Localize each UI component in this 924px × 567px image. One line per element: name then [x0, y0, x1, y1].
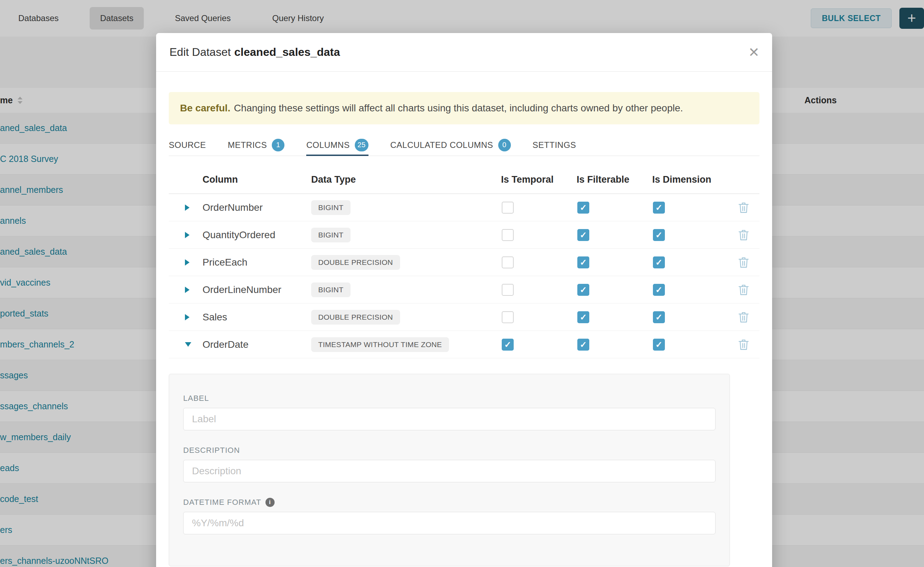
tab-source[interactable]: SOURCE	[169, 134, 206, 156]
is-temporal-checkbox[interactable]	[502, 229, 514, 241]
warning-bold-text: Be careful.	[180, 103, 230, 114]
data-type-pill: BIGINT	[311, 200, 351, 215]
column-name: OrderLineNumber	[190, 284, 311, 296]
is-filterable-checkbox[interactable]	[577, 202, 589, 214]
datetime-format-input[interactable]	[183, 512, 715, 534]
tab-metrics[interactable]: METRICS 1	[228, 134, 285, 156]
column-header: Column	[190, 174, 311, 185]
dataset-name: cleaned_sales_data	[234, 46, 340, 58]
is-dimension-checkbox[interactable]	[653, 284, 665, 296]
trash-icon	[738, 256, 749, 268]
delete-column-button[interactable]	[728, 284, 760, 296]
delete-column-button[interactable]	[728, 229, 760, 241]
edit-dataset-modal: Edit Datasetcleaned_sales_data ✕ Be care…	[156, 33, 772, 567]
column-row: PriceEach DOUBLE PRECISION	[169, 249, 760, 276]
description-field-label: DESCRIPTION	[183, 446, 715, 455]
warning-banner: Be careful. Changing these settings will…	[169, 92, 760, 124]
trash-icon	[738, 339, 749, 351]
expand-caret-icon[interactable]	[169, 259, 190, 266]
data-type-pill: BIGINT	[311, 228, 351, 242]
data-type-pill: DOUBLE PRECISION	[311, 255, 400, 270]
trash-icon	[738, 311, 749, 323]
is-temporal-checkbox[interactable]	[502, 339, 514, 351]
is-dimension-checkbox[interactable]	[653, 229, 665, 241]
is-dimension-header: Is Dimension	[652, 174, 728, 185]
trash-icon	[738, 284, 749, 296]
expand-caret-icon[interactable]	[169, 286, 190, 293]
delete-column-button[interactable]	[728, 256, 760, 268]
trash-icon	[738, 229, 749, 241]
modal-header: Edit Datasetcleaned_sales_data ✕	[156, 33, 772, 72]
is-temporal-checkbox[interactable]	[502, 311, 514, 323]
modal-title: Edit Datasetcleaned_sales_data	[170, 46, 340, 58]
column-name: QuantityOrdered	[190, 230, 311, 241]
column-name: OrderDate	[190, 339, 311, 350]
column-row: QuantityOrdered BIGINT	[169, 221, 760, 249]
is-dimension-checkbox[interactable]	[653, 202, 665, 214]
data-type-pill: BIGINT	[311, 282, 351, 297]
collapse-caret-icon[interactable]	[169, 342, 190, 347]
is-filterable-checkbox[interactable]	[577, 284, 589, 296]
label-input[interactable]	[183, 408, 715, 430]
is-filterable-checkbox[interactable]	[577, 311, 589, 323]
column-name: OrderNumber	[190, 202, 311, 213]
is-dimension-checkbox[interactable]	[653, 339, 665, 351]
column-name: PriceEach	[190, 257, 311, 268]
columns-count-badge: 25	[355, 139, 369, 152]
label-field-label: LABEL	[183, 394, 715, 403]
column-row: OrderNumber BIGINT	[169, 194, 760, 221]
data-type-pill: TIMESTAMP WITHOUT TIME ZONE	[311, 337, 449, 352]
columns-table-header: Column Data Type Is Temporal Is Filterab…	[169, 156, 760, 194]
close-icon[interactable]: ✕	[746, 44, 761, 61]
calculated-columns-count-badge: 0	[498, 139, 511, 152]
is-filterable-checkbox[interactable]	[577, 339, 589, 351]
tab-settings[interactable]: SETTINGS	[533, 134, 576, 156]
column-row: OrderDate TIMESTAMP WITHOUT TIME ZONE	[169, 331, 760, 358]
is-temporal-checkbox[interactable]	[502, 202, 514, 214]
tab-columns[interactable]: COLUMNS 25	[306, 134, 369, 156]
expand-caret-icon[interactable]	[169, 204, 190, 211]
data-type-pill: DOUBLE PRECISION	[311, 310, 400, 325]
datetime-format-field-label: DATETIME FORMAT	[183, 498, 715, 507]
tab-calculated-columns[interactable]: CALCULATED COLUMNS 0	[390, 134, 511, 156]
info-icon	[265, 498, 275, 507]
expand-caret-icon[interactable]	[169, 314, 190, 320]
modal-tabs: SOURCE METRICS 1 COLUMNS 25 CALCULATED C…	[169, 134, 760, 156]
column-row: Sales DOUBLE PRECISION	[169, 303, 760, 331]
is-filterable-header: Is Filterable	[576, 174, 652, 185]
modal-body: Be careful. Changing these settings will…	[156, 92, 772, 566]
delete-column-button[interactable]	[728, 202, 760, 214]
expand-caret-icon[interactable]	[169, 232, 190, 238]
is-temporal-checkbox[interactable]	[502, 256, 514, 268]
description-input[interactable]	[183, 460, 715, 482]
is-temporal-header: Is Temporal	[501, 174, 576, 185]
column-row: OrderLineNumber BIGINT	[169, 276, 760, 303]
metrics-count-badge: 1	[272, 139, 284, 152]
column-detail-panel: LABEL DESCRIPTION DATETIME FORMAT	[169, 374, 730, 566]
is-filterable-checkbox[interactable]	[577, 256, 589, 268]
trash-icon	[738, 202, 749, 214]
is-dimension-checkbox[interactable]	[653, 256, 665, 268]
is-dimension-checkbox[interactable]	[653, 311, 665, 323]
delete-column-button[interactable]	[728, 311, 760, 323]
data-type-header: Data Type	[311, 174, 501, 185]
is-temporal-checkbox[interactable]	[502, 284, 514, 296]
column-name: Sales	[190, 312, 311, 323]
delete-column-button[interactable]	[728, 339, 760, 351]
warning-text: Changing these settings will affect all …	[234, 103, 683, 114]
is-filterable-checkbox[interactable]	[577, 229, 589, 241]
